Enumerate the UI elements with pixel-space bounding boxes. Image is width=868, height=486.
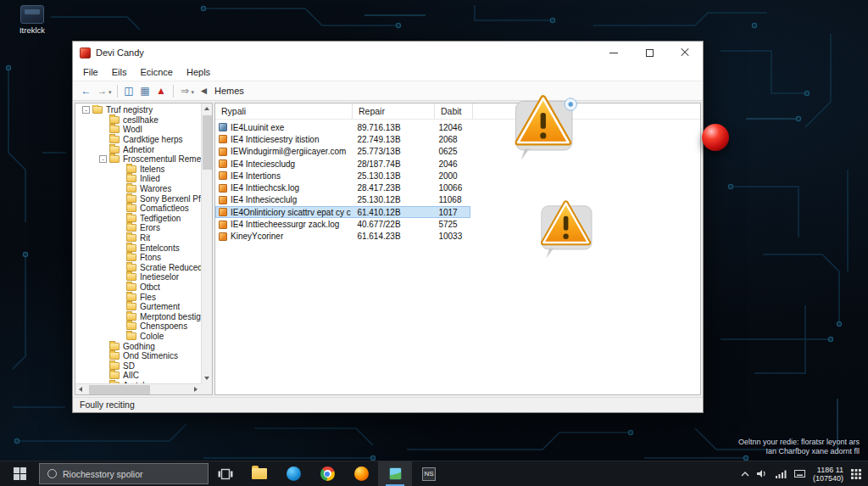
chrome-icon bbox=[320, 466, 335, 481]
folder-icon bbox=[126, 215, 136, 222]
menu-item-file[interactable]: File bbox=[76, 65, 105, 79]
scroll-right-icon[interactable] bbox=[194, 387, 198, 392]
titlebar[interactable]: Devi Candy bbox=[73, 42, 703, 64]
tree-item-label: Colole bbox=[140, 332, 164, 341]
menu-item-hepls[interactable]: Hepls bbox=[180, 65, 217, 79]
scroll-up-icon[interactable] bbox=[204, 107, 209, 110]
ns-app-button[interactable]: NS bbox=[412, 461, 446, 486]
list-row[interactable]: IE4 Inttiechcsk.log28.417.23B10066 bbox=[215, 182, 470, 193]
tree-item[interactable]: Rit bbox=[75, 233, 201, 243]
list-row[interactable]: IE4 Inthesiceclulg25.130.12B11068 bbox=[215, 194, 470, 206]
tree-item-label: Adnetior bbox=[123, 145, 154, 154]
tree-item[interactable]: Warores bbox=[75, 184, 201, 194]
list-row[interactable]: IE4 Inttiecheessurgr zack.log40.677/22B5… bbox=[215, 218, 470, 230]
tree-item-label: Truf negistry bbox=[106, 105, 153, 115]
scan-warning-icon[interactable]: ▲ bbox=[153, 83, 170, 98]
tree-item[interactable]: Fles bbox=[75, 292, 201, 302]
tree-item[interactable]: Itelens bbox=[75, 165, 201, 175]
scroll-down-icon[interactable] bbox=[204, 377, 209, 380]
tree-item[interactable]: SD bbox=[75, 360, 201, 371]
tree-item[interactable]: Ftons bbox=[75, 253, 201, 263]
firefox-icon bbox=[354, 466, 369, 481]
list-row[interactable]: IE4 Intertions25.130.13B2000 bbox=[215, 170, 470, 182]
tree-item[interactable]: AIlC bbox=[75, 371, 201, 381]
tree-horizontal-scrollbar[interactable] bbox=[75, 383, 201, 394]
tree-item[interactable]: cesllhake bbox=[75, 115, 201, 126]
tree-item[interactable]: -Truf negistry bbox=[75, 105, 201, 115]
expander-icon[interactable]: - bbox=[99, 155, 107, 163]
photos-app-button[interactable] bbox=[378, 461, 412, 486]
scroll-left-icon[interactable] bbox=[79, 387, 82, 392]
panes-icon[interactable]: ◫ bbox=[121, 83, 137, 98]
keyboard-button[interactable] bbox=[794, 470, 805, 478]
task-view-button[interactable] bbox=[209, 461, 242, 486]
tree-item[interactable]: Inlied bbox=[75, 174, 201, 184]
tree-item[interactable]: Comafictleos bbox=[75, 204, 201, 214]
minimize-button[interactable] bbox=[596, 42, 632, 64]
tree-item[interactable]: Godhing bbox=[75, 341, 201, 351]
expander-icon[interactable]: - bbox=[82, 106, 90, 114]
file-icon bbox=[219, 148, 227, 156]
tray-chevron-button[interactable] bbox=[741, 472, 749, 477]
firefox-button[interactable] bbox=[344, 461, 378, 486]
vertical-scroll-thumb[interactable] bbox=[203, 115, 212, 170]
row-repair: 25.130.13B bbox=[351, 171, 432, 181]
tree-item[interactable]: Tedfigetion bbox=[75, 214, 201, 224]
tree-item[interactable]: -Froscementull Remect bbox=[75, 154, 201, 165]
notice-line-1: Oeltnn your redie: floratsr leyont ars bbox=[738, 438, 860, 447]
tree-item[interactable]: Merptond bestigy bbox=[75, 311, 201, 321]
tree-item[interactable]: Scratie Reduced bbox=[75, 263, 201, 273]
list-row[interactable]: IE4 Intticiesestry itistion22.749.13B206… bbox=[215, 133, 470, 145]
action-center-button[interactable] bbox=[851, 469, 861, 479]
list-row[interactable]: KineyYcoriner61.614.23B10033 bbox=[215, 231, 470, 243]
file-explorer-icon bbox=[252, 468, 267, 479]
list-row[interactable]: IEWindugirmil@ergiicayer.com25.773/13B06… bbox=[215, 146, 470, 158]
back-icon[interactable]: ← bbox=[78, 83, 94, 98]
clock[interactable]: 1186 11 (107540) bbox=[813, 466, 843, 483]
tree-item[interactable]: Entelconts bbox=[75, 243, 201, 253]
menu-item-ecicnce[interactable]: Ecicnce bbox=[133, 65, 180, 79]
file-explorer-button[interactable] bbox=[242, 461, 276, 486]
tree-item[interactable]: Colole bbox=[75, 332, 201, 342]
tree-item[interactable]: Cardktige herps bbox=[75, 135, 201, 145]
prev-icon[interactable]: ◄ bbox=[196, 83, 212, 98]
tree-item[interactable]: Sony Berxenl Pfanues bbox=[75, 193, 201, 204]
grid-icon[interactable]: ▦ bbox=[137, 83, 153, 98]
network-icon bbox=[776, 470, 787, 478]
menu-item-eils[interactable]: Eils bbox=[105, 65, 134, 79]
tree-item[interactable]: Otbct bbox=[75, 282, 201, 293]
tree-item[interactable]: Ond Stimenics bbox=[75, 351, 201, 361]
row-dabit: 10033 bbox=[432, 232, 470, 241]
tree-item[interactable]: Inetieselor bbox=[75, 272, 201, 282]
column-header-rypali[interactable]: Rypali bbox=[215, 103, 353, 119]
dropdown-caret-icon[interactable]: ▾ bbox=[192, 89, 195, 96]
tree-item[interactable]: Wodl bbox=[75, 125, 201, 135]
maximize-button[interactable] bbox=[632, 42, 667, 64]
horizontal-scroll-thumb[interactable] bbox=[89, 385, 150, 394]
window-title: Devi Candy bbox=[96, 47, 144, 58]
edge-button[interactable] bbox=[276, 461, 310, 486]
folder-icon bbox=[126, 303, 136, 310]
tree-vertical-scrollbar[interactable] bbox=[201, 103, 212, 383]
column-header-repair[interactable]: Repair bbox=[353, 103, 435, 119]
network-button[interactable] bbox=[776, 470, 787, 478]
tree-item[interactable]: Erors bbox=[75, 223, 201, 233]
row-name: IE4Onlinticiory sicattrv epat cy crales. bbox=[231, 208, 351, 217]
start-button[interactable] bbox=[0, 461, 39, 486]
folder-icon bbox=[126, 264, 136, 271]
folder-icon bbox=[109, 362, 120, 370]
tree-item[interactable]: Gurtement bbox=[75, 302, 201, 312]
desktop-icon-itreklck[interactable]: Itreklck bbox=[8, 5, 56, 35]
volume-button[interactable] bbox=[757, 469, 768, 478]
tree-panel: -Truf negistrycesllhakeWodlCardktige her… bbox=[75, 103, 213, 395]
tree-item[interactable]: Chenspoens bbox=[75, 321, 201, 332]
column-header-dabit[interactable]: Dabit bbox=[435, 103, 473, 119]
dropdown-caret-icon[interactable]: ▾ bbox=[108, 89, 112, 96]
list-row[interactable]: IE4Onlinticiory sicattrv epat cy crales.… bbox=[215, 206, 470, 218]
list-row[interactable]: IE4Luuinit exe89.716.13B12046 bbox=[215, 121, 470, 133]
taskbar-search[interactable]: Riochesstory spolior bbox=[39, 463, 209, 484]
close-button[interactable] bbox=[667, 42, 703, 64]
tree-item[interactable]: Adnetior bbox=[75, 144, 201, 154]
list-row[interactable]: IE4 Inteciescludg28/187.74B2046 bbox=[215, 158, 470, 170]
chrome-button[interactable] bbox=[310, 461, 344, 486]
